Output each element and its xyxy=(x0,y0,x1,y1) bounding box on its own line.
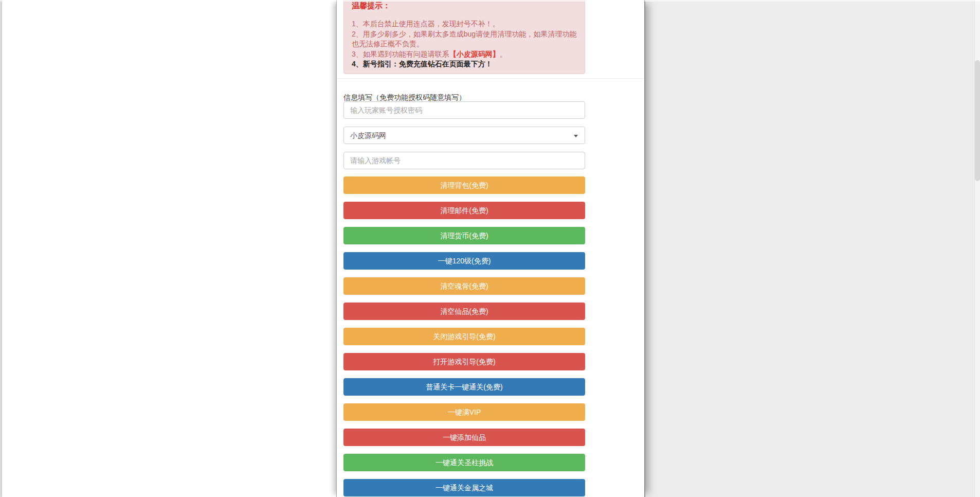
action-button-5[interactable]: 清空魂骨(免费) xyxy=(343,277,585,295)
server-select-value: 小皮源码网 xyxy=(350,131,386,139)
notice-alert: 温馨提示： 1、本后台禁止使用连点器，发现封号不补！。 2、用多少刷多少，如果刷… xyxy=(343,0,585,74)
alert-line-4: 4、新号指引：免费充值钻石在页面最下方！ xyxy=(352,59,577,69)
page-scrollbar[interactable] xyxy=(974,0,980,497)
divider xyxy=(337,78,643,79)
alert-line-2: 2、用多少刷多少，如果刷太多造成bug请使用清理功能，如果清理功能也无法修正概不… xyxy=(352,29,577,49)
action-button-13[interactable]: 一键通关金属之城 xyxy=(343,479,585,496)
action-button-1[interactable]: 清理背包(免费) xyxy=(343,176,585,194)
action-button-6[interactable]: 清空仙品(免费) xyxy=(343,303,585,320)
alert-line-3-text: 3、如果遇到功能有问题请联系 xyxy=(352,50,449,58)
action-button-8[interactable]: 打开游戏引导(免费) xyxy=(343,353,585,370)
action-button-12[interactable]: 一键通关圣柱挑战 xyxy=(343,454,585,471)
action-button-7[interactable]: 关闭游戏引导(免费) xyxy=(343,328,585,345)
action-button-10[interactable]: 一键满VIP xyxy=(343,403,585,421)
left-panel xyxy=(2,0,336,497)
alert-line-1: 1、本后台禁止使用连点器，发现封号不补！。 xyxy=(352,19,577,29)
action-button-3[interactable]: 清理货币(免费) xyxy=(343,227,585,244)
action-button-2[interactable]: 清理邮件(免费) xyxy=(343,202,585,219)
action-button-11[interactable]: 一键添加仙品 xyxy=(343,429,585,446)
server-select[interactable]: 小皮源码网 xyxy=(343,127,585,144)
action-button-4[interactable]: 一键120级(免费) xyxy=(343,252,585,270)
viewport-top-edge xyxy=(0,0,980,2)
chevron-down-icon xyxy=(574,135,578,137)
alert-line-3: 3、如果遇到功能有问题请联系【小皮源码网】。 xyxy=(352,49,577,60)
action-button-9[interactable]: 普通关卡一键通关(免费) xyxy=(343,378,585,396)
alert-title: 温馨提示： xyxy=(352,1,577,11)
scrollbar-thumb[interactable] xyxy=(975,60,980,181)
main-panel xyxy=(336,0,645,497)
auth-code-input[interactable] xyxy=(343,101,585,119)
alert-body: 1、本后台禁止使用连点器，发现封号不补！。 2、用多少刷多少，如果刷太多造成bu… xyxy=(352,19,577,69)
alert-line-3-suffix: 。 xyxy=(500,50,507,58)
game-account-input[interactable] xyxy=(343,152,585,169)
alert-line-3-highlight: 【小皮源码网】 xyxy=(449,50,500,58)
